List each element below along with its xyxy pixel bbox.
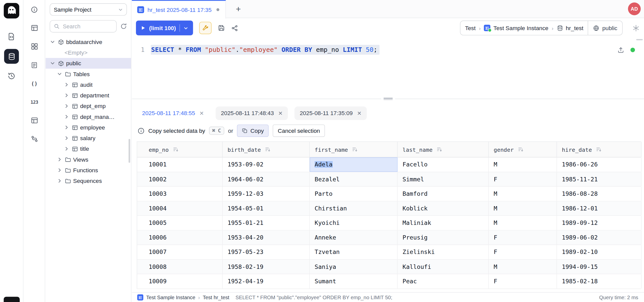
table-cell[interactable]: 10008 (137, 260, 223, 274)
table-cell[interactable]: 10005 (137, 216, 223, 230)
column-header-hire_date[interactable]: hire_date (557, 142, 642, 157)
table-cell[interactable]: 1989-06-02 (557, 230, 642, 245)
sql-statement[interactable]: SELECT * FROM "public"."employee" ORDER … (151, 45, 379, 55)
tree-item-bbdataarchive[interactable]: bbdataarchive (45, 37, 131, 47)
tree-item-dept-mana[interactable]: dept_mana… (45, 111, 131, 122)
table-cell[interactable]: M (489, 216, 557, 230)
sort-icon[interactable] (596, 147, 601, 152)
column-header-birth_date[interactable]: birth_date (223, 142, 310, 157)
schema-selector[interactable]: public (588, 21, 622, 35)
save-button[interactable] (218, 24, 225, 32)
chevron-right-icon[interactable] (57, 178, 62, 183)
table-cell[interactable]: M (489, 201, 557, 215)
splitter-grip-icon[interactable] (381, 97, 395, 101)
close-icon[interactable]: × (279, 110, 283, 117)
add-tab-button[interactable]: + (233, 5, 243, 13)
tree-item-salary[interactable]: salary (45, 133, 131, 143)
tree-item-title[interactable]: title (45, 143, 131, 154)
sort-icon[interactable] (352, 147, 357, 152)
user-avatar[interactable]: AD (628, 3, 641, 15)
editor-scrollbar[interactable] (636, 39, 643, 40)
sql-editor-nav-button[interactable] (4, 29, 19, 44)
table-cell[interactable]: Adela (310, 157, 398, 171)
table-cell[interactable]: Sumant (310, 274, 398, 288)
sort-icon[interactable] (518, 147, 523, 152)
table-cell[interactable]: 1953-04-20 (223, 230, 310, 245)
table-cell[interactable]: 1989-02-10 (557, 245, 642, 259)
table-cell[interactable]: Peac (398, 274, 489, 288)
table-cell[interactable]: 1986-12-01 (557, 201, 642, 215)
chevron-right-icon[interactable] (57, 157, 62, 162)
tree-item-empty[interactable]: <Empty> (45, 47, 131, 58)
copy-button[interactable]: Copy (237, 124, 269, 137)
sidebar-scrollbar[interactable] (129, 139, 130, 163)
sort-icon[interactable] (265, 147, 270, 152)
tree-item-sequences[interactable]: Sequences (45, 176, 131, 186)
tree-item-employee[interactable]: employee (45, 122, 131, 133)
chevron-right-icon[interactable] (64, 136, 70, 141)
app-logo[interactable] (4, 3, 19, 18)
table-cell[interactable]: Zielinski (398, 245, 489, 259)
close-icon[interactable]: × (200, 110, 204, 117)
table-cell[interactable]: 1959-12-03 (223, 187, 310, 201)
sql-editor[interactable]: 1 SELECT * FROM "public"."employee" ORDE… (132, 38, 644, 99)
table-cell[interactable]: 10007 (137, 245, 223, 259)
table-cell[interactable]: 1986-06-26 (557, 157, 642, 171)
table-cell[interactable]: Preusig (398, 230, 489, 245)
result-tab[interactable]: 2025-08-11 17:48:43× (216, 106, 288, 120)
refresh-icon[interactable] (120, 23, 127, 30)
table-cell[interactable]: 1958-02-19 (223, 260, 310, 274)
chevron-right-icon[interactable] (64, 82, 70, 87)
databases-nav-button[interactable] (4, 49, 19, 64)
column-header-first_name[interactable]: first_name (310, 142, 398, 157)
tree-item-views[interactable]: Views (45, 154, 131, 165)
chevron-down-icon[interactable] (57, 72, 62, 77)
numbers-tool-button[interactable]: 123 (29, 97, 39, 107)
table-cell[interactable]: F (489, 274, 557, 288)
table-cell[interactable]: Tzvetan (310, 245, 398, 259)
chevron-down-icon[interactable] (184, 26, 188, 30)
chevron-down-icon[interactable] (50, 39, 56, 45)
table-cell[interactable]: Maliniak (398, 216, 489, 230)
table-cell[interactable]: Koblick (398, 201, 489, 215)
chevron-right-icon[interactable] (64, 93, 70, 98)
table-cell[interactable]: F (489, 230, 557, 245)
table-cell[interactable]: Kyoichi (310, 216, 398, 230)
activity-bar-bottom-panel[interactable] (4, 297, 20, 302)
table-cell[interactable]: 1994-09-15 (557, 260, 642, 274)
info-tool-button[interactable] (29, 5, 39, 14)
history-nav-button[interactable] (4, 69, 19, 83)
upload-icon[interactable] (617, 47, 624, 54)
chevron-right-icon[interactable] (64, 125, 70, 130)
panel-splitter[interactable] (132, 99, 644, 103)
column-header-last_name[interactable]: last_name (398, 142, 489, 157)
table-cell[interactable]: Facello (398, 157, 489, 171)
table-cell[interactable]: 1955-01-21 (223, 216, 310, 230)
table-cell[interactable]: 1953-09-02 (223, 157, 310, 171)
worksheet-tab[interactable]: hr_test 2025-08-11 17:35 (132, 0, 226, 18)
search-input[interactable] (62, 23, 112, 30)
table-cell[interactable]: Parto (310, 187, 398, 201)
table-tool-button[interactable] (29, 23, 39, 33)
project-select[interactable]: Sample Project (50, 3, 127, 16)
table-cell[interactable]: 10004 (137, 201, 223, 215)
ai-assistant-icon[interactable] (632, 24, 640, 32)
table-cell[interactable]: M (489, 187, 557, 201)
table-cell[interactable]: 1952-04-19 (223, 274, 310, 288)
tree-item-audit[interactable]: audit (45, 79, 131, 90)
cancel-selection-button[interactable]: Cancel selection (273, 124, 325, 137)
table-cell[interactable]: 1954-05-01 (223, 201, 310, 215)
tree-item-dept-emp[interactable]: dept_emp (45, 101, 131, 111)
chevron-down-icon[interactable] (50, 61, 56, 66)
table-cell[interactable]: 10001 (137, 157, 223, 171)
table-cell[interactable]: 1985-02-18 (557, 274, 642, 288)
status-instance[interactable]: Test Sample Instance (146, 294, 195, 300)
grid-tool-button[interactable] (29, 41, 39, 51)
table-cell[interactable]: M (489, 260, 557, 274)
table-cell[interactable]: M (489, 157, 557, 171)
table-cell[interactable]: 10009 (137, 274, 223, 288)
chevron-right-icon[interactable] (64, 114, 70, 119)
admin-mode-button[interactable] (199, 22, 212, 34)
close-icon[interactable]: × (357, 110, 361, 117)
run-query-button[interactable]: (limit 100) (136, 20, 193, 35)
